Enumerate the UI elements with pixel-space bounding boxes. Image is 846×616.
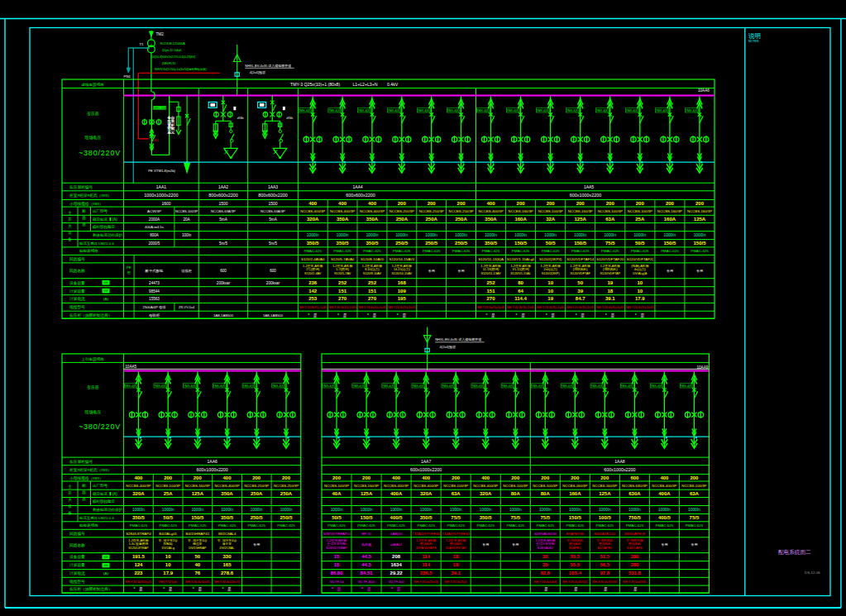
svg-text:PMAC-625: PMAC-625 bbox=[596, 523, 614, 528]
svg-text:1AB(20: 1AB(20 bbox=[390, 532, 403, 536]
svg-text:NCCBS-160/3P: NCCBS-160/3P bbox=[687, 209, 712, 213]
svg-text:1-2住宅,A栋梯: 1-2住宅,A栋梯 bbox=[480, 264, 500, 268]
svg-text:200: 200 bbox=[666, 201, 675, 206]
svg-text:600x1000x2200: 600x1000x2200 bbox=[570, 193, 601, 198]
svg-text:PMAC-625: PMAC-625 bbox=[566, 523, 585, 528]
svg-text:250/5: 250/5 bbox=[425, 241, 438, 246]
svg-text:PMAC-625: PMAC-625 bbox=[656, 523, 674, 528]
svg-text:1000In: 1000In bbox=[688, 508, 700, 512]
svg-text:(NH,FL70: (NH,FL70 bbox=[162, 62, 175, 65]
svg-text:NCCBS-400/3P: NCCBS-400/3P bbox=[384, 484, 409, 488]
svg-text:1000In: 1000In bbox=[514, 233, 527, 237]
svg-text:NH-YJV-4x70+1x35: NH-YJV-4x70+1x35 bbox=[596, 306, 624, 309]
svg-text:现场电压: 现场电压 bbox=[84, 409, 102, 415]
svg-text:备用: 备用 bbox=[428, 269, 435, 273]
svg-text:PMAC-625: PMAC-625 bbox=[304, 249, 322, 253]
svg-text:400: 400 bbox=[481, 475, 490, 480]
svg-text:15: 15 bbox=[334, 562, 340, 567]
svg-text:400: 400 bbox=[486, 201, 495, 206]
svg-text:PE: PE bbox=[127, 265, 131, 270]
svg-text:11-13(照明): 11-13(照明) bbox=[483, 268, 499, 271]
svg-text:200: 200 bbox=[600, 475, 609, 480]
svg-text:NH-YJV-4x70x35: NH-YJV-4x70x35 bbox=[185, 580, 209, 584]
svg-text:200: 200 bbox=[457, 201, 466, 206]
svg-text:非- 排水泵4台: 非- 排水泵4台 bbox=[217, 538, 237, 542]
svg-text:PMAC-625: PMAC-625 bbox=[357, 523, 375, 528]
svg-text:开: 开 bbox=[68, 217, 72, 222]
svg-text:备用: 备用 bbox=[458, 269, 465, 273]
svg-text:109: 109 bbox=[398, 289, 407, 294]
svg-text:PMAC-625: PMAC-625 bbox=[189, 523, 207, 528]
svg-text:50/5: 50/5 bbox=[163, 515, 173, 520]
svg-text:15563: 15563 bbox=[149, 297, 160, 301]
svg-text:PMAC-625: PMAC-625 bbox=[393, 249, 411, 253]
svg-text:~380/220V: ~380/220V bbox=[79, 423, 121, 431]
svg-text:125A: 125A bbox=[361, 491, 373, 496]
svg-text:50: 50 bbox=[577, 280, 583, 285]
svg-text:1000In: 1000In bbox=[574, 233, 586, 237]
svg-text:(消防风机): (消防风机) bbox=[573, 267, 588, 271]
svg-text:S120/5-7AVA0: S120/5-7AVA0 bbox=[331, 257, 355, 261]
svg-text:NCCBS-400/3P: NCCBS-400/3P bbox=[214, 484, 239, 488]
svg-text:400: 400 bbox=[660, 475, 669, 480]
svg-text:NCCBS-100/3P: NCCBS-100/3P bbox=[443, 484, 468, 488]
svg-text:350/5: 350/5 bbox=[420, 515, 433, 520]
svg-text:NOTES: NOTES bbox=[748, 40, 759, 43]
svg-text:NCCBS-250/3P: NCCBS-250/3P bbox=[449, 209, 474, 213]
svg-text:10(10.4)kV/±2x2.5%,0.4(0.23)kV: 10(10.4)kV/±2x2.5%,0.4(0.23)kV) bbox=[151, 55, 195, 59]
svg-text:55.5: 55.5 bbox=[570, 554, 580, 559]
svg-text:TMY-3 Q25x(10)+1 (80x8): TMY-3 Q25x(10)+1 (80x8) bbox=[290, 82, 340, 87]
svg-text:400: 400 bbox=[368, 201, 377, 206]
svg-text:主: 主 bbox=[68, 485, 72, 489]
svg-text:NH-YJV-4x70+1x35: NH-YJV-4x70+1x35 bbox=[358, 306, 385, 309]
svg-text:PMAC-625: PMAC-625 bbox=[159, 523, 177, 528]
svg-text:PMAC-625: PMAC-625 bbox=[327, 523, 346, 528]
svg-text:备用: 备用 bbox=[661, 542, 667, 547]
svg-text:19: 19 bbox=[607, 280, 613, 285]
svg-text:1AA2: 1AA2 bbox=[218, 184, 228, 189]
svg-text:100/5: 100/5 bbox=[599, 515, 612, 520]
svg-text:223: 223 bbox=[134, 571, 143, 575]
svg-text:280: 280 bbox=[630, 562, 639, 567]
svg-text:1000In: 1000In bbox=[251, 508, 263, 512]
svg-text:kW: kW bbox=[103, 289, 108, 293]
svg-text:400: 400 bbox=[422, 475, 431, 480]
svg-text:150/5: 150/5 bbox=[663, 241, 676, 246]
svg-text:主: 主 bbox=[68, 211, 72, 215]
svg-text:1000In: 1000In bbox=[331, 508, 343, 512]
svg-text:1000In: 1000In bbox=[420, 508, 433, 512]
svg-text:350A: 350A bbox=[485, 217, 497, 222]
svg-text:84.7: 84.7 bbox=[576, 296, 586, 301]
svg-text:S120/V1-15AL: S120/V1-15AL bbox=[510, 272, 531, 275]
svg-text:252: 252 bbox=[338, 280, 347, 285]
svg-text:151: 151 bbox=[368, 289, 377, 294]
svg-text:97.8: 97.8 bbox=[600, 571, 609, 575]
svg-text:低压屏柜编号: 低压屏柜编号 bbox=[69, 459, 93, 464]
svg-text:1-2住宅,A栋梯: 1-2住宅,A栋梯 bbox=[510, 264, 530, 268]
svg-text:非-消防风机: 非-消防风机 bbox=[566, 538, 583, 542]
svg-text:1500: 1500 bbox=[218, 201, 227, 206]
svg-text:40A: 40A bbox=[332, 491, 342, 496]
svg-text:1000In: 1000In bbox=[395, 233, 408, 237]
svg-text:1-2住宅,A栋梯: 1-2住宅,A栋梯 bbox=[541, 264, 561, 268]
svg-text:160A: 160A bbox=[664, 217, 676, 222]
svg-text:600: 600 bbox=[270, 269, 276, 273]
svg-text:1000In: 1000In bbox=[455, 233, 467, 237]
svg-text:断: 断 bbox=[82, 484, 86, 488]
svg-text:350/5: 350/5 bbox=[337, 241, 350, 246]
svg-text:S120/VDFTAF20: S120/VDFTAF20 bbox=[596, 257, 624, 261]
svg-text:200: 200 bbox=[194, 475, 203, 480]
svg-text:PMAC-625: PMAC-625 bbox=[277, 523, 295, 528]
svg-text:250A: 250A bbox=[455, 217, 467, 222]
svg-text:2000/5: 2000/5 bbox=[149, 241, 160, 246]
svg-text:1000In: 1000In bbox=[366, 233, 379, 237]
svg-text:236: 236 bbox=[308, 280, 318, 285]
svg-text:PMAC-625: PMAC-625 bbox=[542, 249, 560, 253]
svg-text:1AA6: 1AA6 bbox=[208, 459, 217, 464]
svg-text:250A: 250A bbox=[280, 491, 293, 496]
svg-text:NCCBS-400/3P: NCCBS-400/3P bbox=[300, 209, 325, 213]
svg-text:63A: 63A bbox=[690, 491, 700, 496]
svg-text:250/5: 250/5 bbox=[455, 241, 468, 246]
svg-text:母联柜: 母联柜 bbox=[149, 313, 160, 318]
svg-text:NHVV-3x(3-150)+1x(3x70)(每相两根并联: NHVV-3x(3-150)+1x(3x70)(每相两根并联) bbox=[155, 67, 207, 71]
